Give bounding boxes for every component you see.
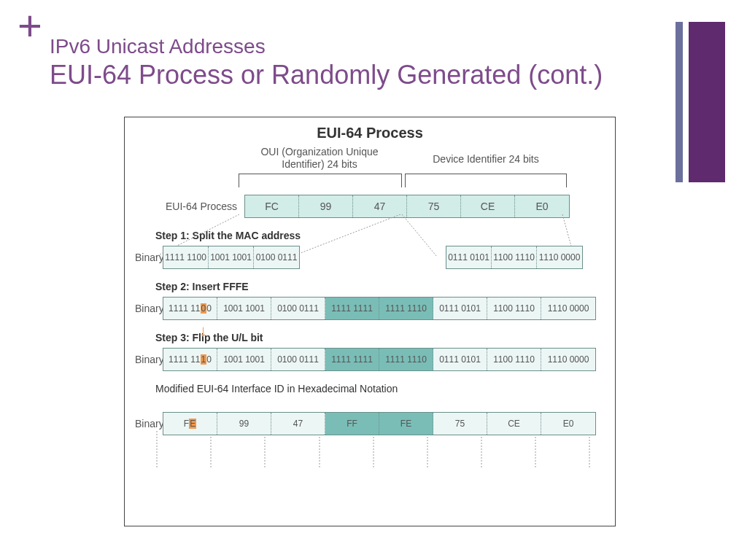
bin-cell: 1001 1001	[217, 298, 271, 319]
final-label: Modified EUI-64 Interface ID in Hexadeci…	[155, 383, 605, 394]
diagram-title: EUI-64 Process	[135, 125, 605, 141]
binary-label: Binary	[135, 418, 163, 429]
bin-cell-inserted: 1111 1111	[325, 298, 379, 319]
bin-cell-inserted: 1111 1110	[379, 298, 433, 319]
binary-label: Binary	[135, 252, 163, 263]
bin-cell-inserted: 1111 1111	[325, 349, 379, 370]
bin-cell: 1110 0000	[541, 349, 595, 370]
hex-cell: 75	[433, 413, 487, 435]
hex-cell-inserted: FF	[325, 413, 379, 435]
top-labels: OUI (Organization Unique Identifier) 24 …	[239, 150, 565, 190]
hex-cell: CE	[487, 413, 541, 435]
hex-strip: FE 99 47 FF FE 75 CE E0	[163, 412, 596, 435]
bin-cell: 0111 0101	[446, 246, 492, 268]
bin-cell-hl: 1111 1100	[163, 298, 217, 319]
bin-cell: 0111 0101	[433, 349, 487, 370]
bin-cell: 0111 0101	[433, 298, 487, 319]
bin-cell: 1100 1110	[487, 298, 541, 319]
bin-right-strip: 0111 0101 1100 1110 1110 0000	[446, 246, 583, 269]
bin-cell: 1110 0000	[541, 298, 595, 319]
hex-cell-hl: FE	[163, 413, 217, 435]
bin-cell: 1110 0000	[537, 246, 582, 268]
bin-cell: 0100 0111	[271, 349, 325, 370]
plus-icon: +	[18, 4, 42, 47]
bin-cell: 1100 1110	[487, 349, 541, 370]
final-guides-icon	[125, 431, 616, 467]
binary-label: Binary	[135, 354, 163, 365]
bin-left-strip: 1111 1100 1001 1001 0100 0111	[163, 246, 300, 269]
mac-row-label: EUI-64 Process	[135, 201, 244, 212]
hex-cell-inserted: FE	[379, 413, 433, 435]
step2-label: Step 2: Insert FFFE	[155, 281, 605, 292]
brace-right	[405, 174, 567, 187]
bin1-row: Binary 1111 1100 1001 1001 0100 0111 011…	[135, 246, 605, 269]
arrow-down-icon: ↓	[199, 322, 207, 341]
hex-row: Binary FE 99 47 FF FE 75 CE E0	[135, 412, 605, 435]
bin2-row: Binary 1111 1100 1001 1001 0100 0111 111…	[135, 297, 605, 320]
decorative-bars	[676, 22, 725, 182]
bin3-strip: 1111 1110 1001 1001 0100 0111 1111 1111 …	[163, 348, 596, 371]
device-id-label: Device Identifier 24 bits	[409, 153, 562, 166]
bin-cell: 1001 1001	[209, 246, 254, 268]
bin-cell-inserted: 1111 1110	[379, 349, 433, 370]
bin3-row: Binary 1111 1110 1001 1001 0100 0111 111…	[135, 348, 605, 371]
page-title: EUI-64 Process or Randomly Generated (co…	[50, 60, 603, 90]
subtitle: IPv6 Unicast Addresses	[50, 35, 603, 58]
bin-cell: 1001 1001	[217, 349, 271, 370]
thin-bar	[676, 22, 683, 182]
diagram-container: EUI-64 Process OUI (Organization Unique …	[124, 117, 616, 526]
bin-cell: 1111 1100	[163, 246, 209, 268]
step3-label: Step 3: Flip the U/L bit	[155, 332, 605, 343]
slide-header: IPv6 Unicast Addresses EUI-64 Process or…	[50, 35, 603, 90]
hex-cell: 99	[217, 413, 271, 435]
brace-left	[239, 174, 402, 187]
bin-cell-hl: 1111 1110	[163, 349, 217, 370]
wide-bar	[689, 22, 725, 182]
bin-cell: 0100 0111	[254, 246, 299, 268]
oui-label: OUI (Organization Unique Identifier) 24 …	[243, 146, 396, 171]
bin-cell: 1100 1110	[492, 246, 537, 268]
hex-cell: 47	[271, 413, 325, 435]
binary-label: Binary	[135, 303, 163, 314]
bin2-strip: 1111 1100 1001 1001 0100 0111 1111 1111 …	[163, 297, 596, 320]
bin-cell: 0100 0111	[271, 298, 325, 319]
hex-cell: E0	[541, 413, 595, 435]
